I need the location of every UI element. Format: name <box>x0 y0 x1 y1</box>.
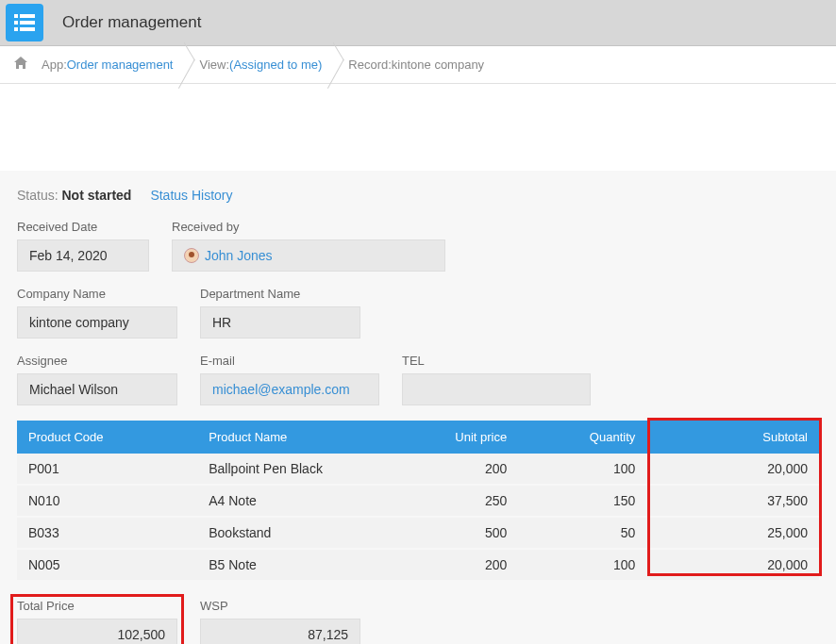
breadcrumb-app: App: Order management <box>32 46 190 83</box>
field-email: E-mail michael@example.com <box>200 354 379 405</box>
svg-rect-0 <box>14 14 18 18</box>
cell-product-code: P001 <box>17 454 197 485</box>
record-content: Status: Not started Status History Recei… <box>0 84 836 644</box>
cell-quantity: 100 <box>518 454 646 485</box>
product-table: Product Code Product Name Unit price Qua… <box>17 421 819 582</box>
status-row: Status: Not started Status History <box>17 188 819 203</box>
breadcrumb: App: Order management View: (Assigned to… <box>0 46 836 84</box>
cell-quantity: 150 <box>518 485 646 517</box>
cell-subtotal: 20,000 <box>646 454 819 485</box>
table-row: N010A4 Note25015037,500 <box>17 485 819 517</box>
received-by-value[interactable]: John Jones <box>172 239 445 272</box>
table-row: N005B5 Note20010020,000 <box>17 549 819 581</box>
field-department-name: Department Name HR <box>200 287 360 339</box>
cell-product-code: N005 <box>17 549 197 581</box>
tel-value <box>402 373 591 405</box>
wsp-value: 87,125 <box>200 619 360 644</box>
cell-quantity: 100 <box>518 549 646 581</box>
th-subtotal: Subtotal <box>646 421 819 454</box>
cell-unit-price: 250 <box>382 485 519 517</box>
totals-row: Total Price 102,500 WSP 87,125 <box>17 599 819 644</box>
breadcrumb-view-link[interactable]: (Assigned to me) <box>229 58 322 72</box>
cell-unit-price: 500 <box>382 517 519 549</box>
status-value: Not started <box>61 188 131 203</box>
breadcrumb-record-label: Record: <box>348 58 392 72</box>
th-product-name: Product Name <box>197 421 382 454</box>
list-icon <box>14 14 35 31</box>
menu-button[interactable] <box>6 4 43 41</box>
svg-rect-4 <box>14 27 18 31</box>
breadcrumb-record-value: kintone company <box>392 58 484 72</box>
company-name-label: Company Name <box>17 287 177 301</box>
field-assignee: Assignee Michael Wilson <box>17 354 177 405</box>
cell-subtotal: 37,500 <box>646 485 819 517</box>
field-received-date: Received Date Feb 14, 2020 <box>17 220 149 272</box>
th-quantity: Quantity <box>518 421 646 454</box>
field-wsp: WSP 87,125 <box>200 599 360 644</box>
table-row: B033Bookstand5005025,000 <box>17 517 819 549</box>
breadcrumb-app-label: App: <box>42 58 67 72</box>
email-label: E-mail <box>200 354 379 368</box>
department-name-label: Department Name <box>200 287 360 301</box>
received-by-name: John Jones <box>205 248 273 263</box>
th-unit-price: Unit price <box>382 421 519 454</box>
content-top-spacer <box>0 84 836 171</box>
field-tel: TEL <box>402 354 591 405</box>
product-table-wrap: Product Code Product Name Unit price Qua… <box>17 421 819 582</box>
svg-rect-2 <box>14 21 18 25</box>
received-date-value: Feb 14, 2020 <box>17 239 149 272</box>
breadcrumb-record: Record: kintone company <box>339 46 501 83</box>
table-header-row: Product Code Product Name Unit price Qua… <box>17 421 819 454</box>
breadcrumb-view-label: View: <box>199 58 229 72</box>
cell-product-name: B5 Note <box>197 549 382 581</box>
cell-product-name: A4 Note <box>197 485 382 517</box>
company-name-value: kintone company <box>17 306 177 339</box>
home-icon[interactable] <box>13 56 28 74</box>
cell-product-code: B033 <box>17 517 197 549</box>
tel-label: TEL <box>402 354 591 368</box>
status-history-link[interactable]: Status History <box>150 188 232 203</box>
assignee-label: Assignee <box>17 354 177 368</box>
cell-quantity: 50 <box>518 517 646 549</box>
cell-unit-price: 200 <box>382 549 519 581</box>
email-value[interactable]: michael@example.com <box>200 373 379 405</box>
field-company-name: Company Name kintone company <box>17 287 177 339</box>
cell-product-code: N010 <box>17 485 197 517</box>
cell-subtotal: 20,000 <box>646 549 819 581</box>
cell-unit-price: 200 <box>382 454 519 485</box>
breadcrumb-view: View: (Assigned to me) <box>190 46 339 83</box>
breadcrumb-app-link[interactable]: Order management <box>67 58 174 72</box>
app-header: Order management <box>0 0 836 46</box>
svg-rect-5 <box>20 27 35 31</box>
wsp-label: WSP <box>200 599 360 613</box>
received-by-label: Received by <box>172 220 445 234</box>
avatar-icon <box>184 248 199 263</box>
th-product-code: Product Code <box>17 421 197 454</box>
cell-subtotal: 25,000 <box>646 517 819 549</box>
department-name-value: HR <box>200 306 360 339</box>
assignee-value: Michael Wilson <box>17 373 177 405</box>
table-row: P001Ballpoint Pen Black20010020,000 <box>17 454 819 485</box>
svg-rect-1 <box>20 14 35 18</box>
field-received-by: Received by John Jones <box>172 220 445 272</box>
cell-product-name: Bookstand <box>197 517 382 549</box>
field-total-price: Total Price 102,500 <box>17 599 177 644</box>
received-date-label: Received Date <box>17 220 149 234</box>
status-label: Status: <box>17 188 59 203</box>
page-title: Order management <box>62 13 201 32</box>
svg-rect-3 <box>20 21 35 25</box>
total-price-label: Total Price <box>17 599 177 613</box>
total-price-value: 102,500 <box>17 619 177 644</box>
cell-product-name: Ballpoint Pen Black <box>197 454 382 485</box>
